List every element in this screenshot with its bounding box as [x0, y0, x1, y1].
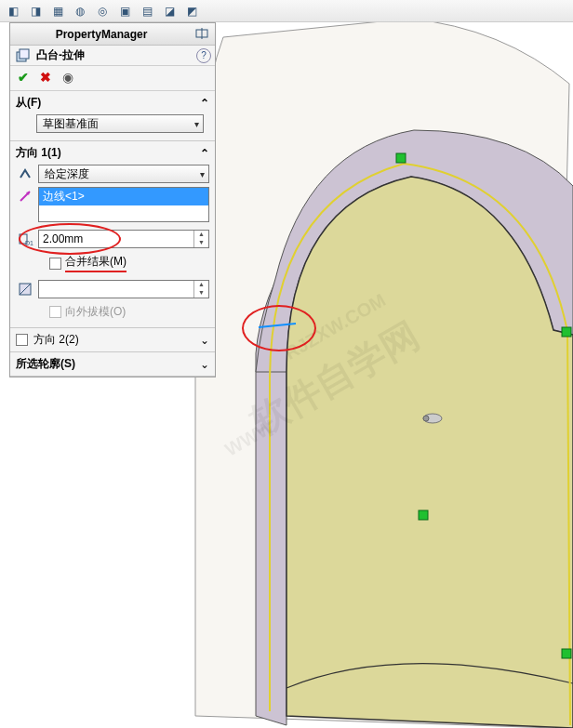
toolbar-icon[interactable]: ▤ — [138, 2, 156, 20]
draft-angle-input[interactable]: ▲▼ — [38, 280, 209, 298]
depth-input[interactable]: 2.00mm ▲▼ — [38, 230, 209, 248]
command-toolbar: ◧ ◨ ▦ ◍ ◎ ▣ ▤ ◪ ◩ — [0, 0, 573, 22]
depth-icon: D1 — [16, 230, 34, 248]
preview-button[interactable]: ◉ — [60, 70, 75, 85]
depth-value: 2.00mm — [43, 232, 83, 245]
ok-button[interactable]: ✔ — [16, 70, 31, 85]
end-condition-value: 给定深度 — [45, 166, 89, 182]
expand-icon[interactable]: ⌄ — [200, 334, 209, 347]
toolbar-icon[interactable]: ◪ — [160, 2, 179, 20]
draft-icon[interactable] — [16, 280, 34, 298]
toolbar-icon[interactable]: ◨ — [26, 2, 45, 20]
toolbar-icon[interactable]: ▦ — [48, 2, 67, 20]
toolbar-icon[interactable]: ▣ — [115, 2, 134, 20]
feature-title-row: 凸台-拉伸 ? — [10, 46, 215, 66]
reverse-direction-icon[interactable] — [16, 165, 34, 183]
end-condition-combo[interactable]: 给定深度 — [38, 165, 209, 183]
svg-rect-1 — [396, 153, 406, 163]
from-combo-value: 草图基准面 — [43, 116, 99, 132]
svg-rect-4 — [562, 649, 571, 658]
action-row: ✔ ✖ ◉ — [10, 66, 215, 91]
direction1-label: 方向 1(1) — [16, 145, 61, 161]
svg-point-6 — [423, 416, 429, 421]
cancel-button[interactable]: ✖ — [38, 70, 53, 85]
direction2-label: 方向 2(2) — [33, 332, 79, 348]
feature-name: 凸台-拉伸 — [36, 47, 85, 63]
direction1-section: 方向 1(1) ⌃ 给定深度 边线<1> D1 2.00mm — [10, 141, 215, 328]
direction2-section[interactable]: 方向 2(2) ⌄ — [10, 328, 215, 352]
collapse-icon[interactable]: ⌃ — [200, 97, 209, 110]
direction-vector-icon[interactable] — [16, 187, 34, 205]
depth-spinner[interactable]: ▲▼ — [193, 231, 208, 247]
svg-rect-3 — [419, 510, 428, 520]
toolbar-icon[interactable]: ◍ — [71, 2, 89, 20]
help-icon[interactable]: ? — [196, 48, 211, 63]
property-manager-panel: PropertyManager 凸台-拉伸 ? ✔ ✖ ◉ 从(F) ⌃ 草图基… — [9, 22, 216, 377]
svg-text:D1: D1 — [25, 240, 33, 246]
draft-outward-checkbox — [49, 306, 61, 318]
svg-rect-10 — [20, 49, 29, 59]
expand-icon[interactable]: ⌄ — [200, 358, 209, 371]
collapse-icon[interactable]: ⌃ — [200, 147, 209, 160]
contours-section[interactable]: 所选轮廓(S) ⌄ — [10, 352, 215, 377]
contours-label: 所选轮廓(S) — [16, 356, 75, 372]
toolbar-icon[interactable]: ◩ — [182, 2, 201, 20]
pin-icon[interactable] — [194, 26, 211, 43]
extrude-icon — [14, 47, 31, 64]
panel-header: PropertyManager — [10, 23, 215, 46]
from-combo[interactable]: 草图基准面 — [36, 114, 204, 133]
direction2-checkbox[interactable] — [16, 334, 28, 346]
selected-edge[interactable]: 边线<1> — [39, 188, 208, 205]
direction-reference-list[interactable]: 边线<1> — [38, 187, 209, 222]
draft-outward-label: 向外拔模(O) — [65, 304, 126, 320]
svg-rect-2 — [562, 327, 571, 337]
toolbar-icon[interactable]: ◎ — [93, 2, 112, 20]
from-section: 从(F) ⌃ 草图基准面 — [10, 91, 215, 141]
merge-result-checkbox[interactable] — [49, 258, 61, 270]
toolbar-icon[interactable]: ◧ — [4, 2, 22, 20]
draft-spinner[interactable]: ▲▼ — [193, 281, 208, 298]
from-label: 从(F) — [16, 95, 41, 111]
merge-result-label: 合并结果(M) — [65, 254, 127, 272]
panel-title: PropertyManager — [14, 28, 189, 41]
